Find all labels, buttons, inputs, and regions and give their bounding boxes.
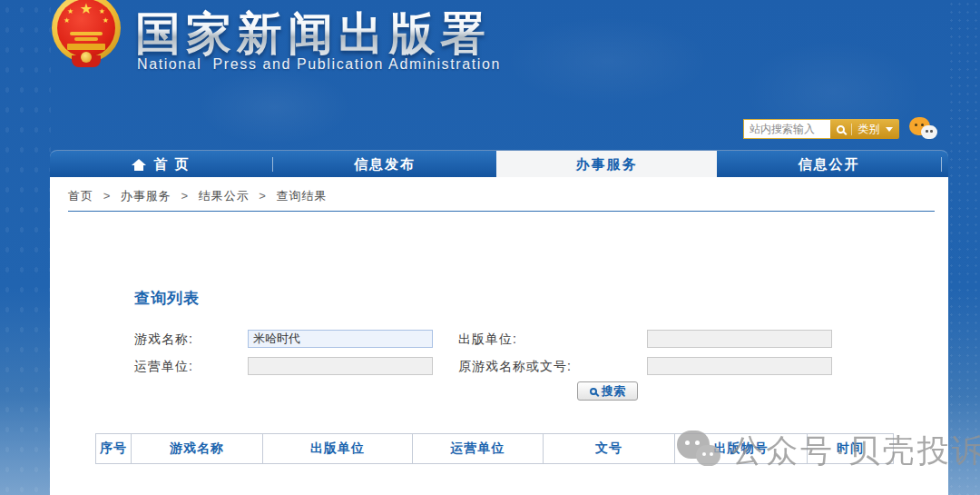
- results-table: 序号 游戏名称 出版单位 运营单位 文号 出版物号 时间: [95, 433, 894, 464]
- content-panel: 首页 > 办事服务 > 结果公示 > 查询结果 查询列表 游戏名称: 出版单位:…: [50, 177, 948, 495]
- breadcrumb-item-query-result: 查询结果: [277, 189, 328, 203]
- nav-item-label: 信息公开: [799, 156, 860, 173]
- emblem-star-icon: ★: [103, 17, 109, 25]
- game-name-input[interactable]: [248, 330, 433, 348]
- search-icon: [590, 388, 597, 395]
- wechat-bubble-small: [921, 125, 937, 139]
- nav-item-label: 办事服务: [576, 156, 638, 173]
- breadcrumb-item-services[interactable]: 办事服务: [121, 189, 172, 203]
- field-label-publisher: 出版单位:: [458, 332, 517, 348]
- field-label-original-name-or-number: 原游戏名称或文号:: [458, 359, 572, 375]
- emblem-gate-icon: [67, 44, 105, 50]
- column-header-game-name: 游戏名称: [131, 434, 262, 463]
- emblem-star-icon: ★: [64, 17, 70, 25]
- home-icon: [132, 159, 146, 171]
- original-name-or-number-input[interactable]: [647, 357, 832, 375]
- national-emblem-logo: ★ ★ ★ ★ ★: [52, 0, 121, 77]
- field-label-game-name: 游戏名称:: [134, 332, 193, 348]
- nav-item-services[interactable]: 办事服务: [496, 151, 717, 178]
- emblem-gate-icon: [70, 32, 103, 35]
- chevron-down-icon[interactable]: [886, 127, 893, 132]
- breadcrumb-separator: >: [103, 189, 112, 203]
- column-header-document-number: 文号: [543, 434, 674, 463]
- publisher-input[interactable]: [647, 330, 832, 348]
- column-header-publisher: 出版单位: [262, 434, 412, 463]
- nav-divider: [941, 157, 942, 172]
- nav-item-info-release[interactable]: 信息发布: [273, 151, 496, 178]
- search-icon[interactable]: [837, 125, 845, 134]
- page: ★ ★ ★ ★ ★ 国家新闻出版署 National Press and Pub…: [0, 0, 980, 495]
- search-button[interactable]: 搜索: [577, 381, 638, 401]
- breadcrumb-item-results-publicity[interactable]: 结果公示: [199, 189, 250, 203]
- emblem-star-icon: ★: [67, 8, 74, 15]
- emblem-gate-icon: [74, 37, 98, 41]
- main-navigation: 首 页 信息发布 办事服务 信息公开: [50, 150, 948, 177]
- breadcrumb-separator: >: [181, 189, 189, 203]
- field-label-operator: 运营单位:: [134, 359, 193, 375]
- site-subtitle-english: National Press and Publication Administr…: [137, 56, 501, 73]
- site-search-input[interactable]: [743, 119, 830, 139]
- site-search-category-button[interactable]: 类别: [830, 119, 899, 139]
- divider: [851, 124, 852, 135]
- emblem-gear-icon: [81, 52, 92, 63]
- column-header-operator: 运营单位: [412, 434, 543, 463]
- emblem-star-icon: ★: [99, 8, 105, 15]
- column-header-publication-number: 出版物号: [674, 434, 807, 463]
- site-title: 国家新闻出版署: [135, 4, 491, 64]
- nav-item-label: 首 页: [153, 156, 190, 173]
- nav-item-info-disclosure[interactable]: 信息公开: [717, 151, 941, 178]
- nav-item-home[interactable]: 首 页: [50, 151, 272, 178]
- site-search-bar: 类别: [743, 119, 899, 139]
- operator-input[interactable]: [248, 357, 433, 375]
- breadcrumb-item-home[interactable]: 首页: [68, 189, 93, 203]
- column-header-index: 序号: [96, 434, 131, 463]
- search-button-label: 搜索: [602, 383, 625, 400]
- category-label[interactable]: 类别: [858, 122, 879, 137]
- wechat-widget-icon[interactable]: [909, 117, 942, 144]
- column-header-time: 时间: [807, 434, 893, 463]
- breadcrumb-divider-line: [68, 211, 935, 212]
- section-title-query-list: 查询列表: [134, 288, 200, 309]
- emblem-star-icon: ★: [80, 2, 93, 16]
- breadcrumb: 首页 > 办事服务 > 结果公示 > 查询结果: [68, 188, 328, 204]
- breadcrumb-separator: >: [259, 189, 267, 203]
- nav-item-label: 信息发布: [354, 156, 416, 173]
